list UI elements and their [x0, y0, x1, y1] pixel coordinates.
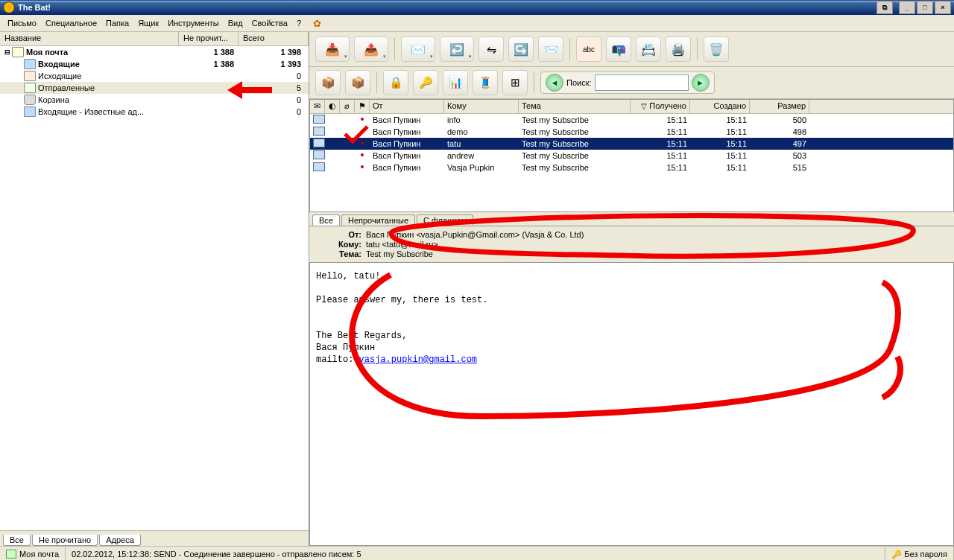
mailbox-icon [12, 47, 24, 57]
secondary-toolbar: 📦 📦 🔒 🔑 📊 🧵 ⊞ ◄ Поиск: ► [309, 67, 954, 99]
col-received[interactable]: ▽ Получено [631, 100, 690, 113]
cell-to: andrew [444, 151, 519, 160]
col-flag-icon[interactable]: ⚑ [355, 100, 370, 113]
delete-button[interactable]: 🗑️ [704, 36, 729, 62]
window-title: The Bat! [18, 3, 51, 12]
cell-subject: Test my Subscribe [519, 139, 631, 148]
menu-tools[interactable]: Инструменты [163, 17, 224, 29]
restore-alt-button[interactable]: ⧉ [876, 1, 893, 14]
filter-button[interactable]: 📊 [443, 70, 468, 95]
cell-received: 15:11 [631, 127, 690, 136]
status-password[interactable]: 🔑 Без пароля [885, 547, 954, 560]
flag-dot-icon: • [361, 163, 364, 172]
search-box: ◄ Поиск: ► [540, 71, 715, 94]
col-total[interactable]: Всего [238, 32, 309, 45]
search-input[interactable] [595, 74, 689, 91]
tree-trash[interactable]: Корзина 0 [0, 94, 309, 106]
col-size[interactable]: Размер [750, 100, 809, 113]
hdr-from-value: Вася Пупкин <vasja.Pupkin@Gmail.com> (Va… [366, 230, 584, 239]
send-mail-button[interactable]: 📤▾ [354, 36, 388, 62]
folder-icon [24, 83, 36, 93]
view-button-1[interactable]: 📦 [315, 70, 341, 95]
tab-addresses[interactable]: Адреса [99, 535, 141, 546]
hdr-to-value: tatu <tatu@mail.ru> [366, 240, 438, 249]
forward-button[interactable]: ↪️ [508, 36, 534, 62]
message-row[interactable]: •Вася ПупкинdemoTest my Subscribe15:1115… [310, 126, 953, 138]
message-row[interactable]: •Вася ПупкинtatuTest my Subscribe15:1115… [310, 138, 953, 150]
flag-dot-icon: • [361, 151, 364, 160]
app-icon [3, 1, 15, 13]
filter-unread[interactable]: Непрочитанные [341, 214, 415, 226]
cell-to: tatu [444, 139, 519, 148]
cert-button[interactable]: 🔑 [413, 70, 438, 95]
col-unread[interactable]: Не прочит... [179, 32, 238, 45]
status-account: Моя почта [0, 547, 66, 560]
col-subject[interactable]: Тема [519, 100, 631, 113]
menu-view[interactable]: Вид [224, 17, 247, 29]
thread-button[interactable]: 🧵 [473, 70, 498, 95]
folder-tree[interactable]: ⊟ Моя почта 1 388 1 398 Входящие 1 388 1… [0, 46, 309, 530]
status-log: 02.02.2012, 15:12:38: SEND - Соединение … [66, 547, 885, 560]
col-status-icon[interactable]: ◐ [325, 100, 340, 113]
cell-received: 15:11 [631, 163, 690, 172]
content-pane: 📥▾ 📤▾ ✉️▾ ↩️▾ ⇋ ↪️ 📨 abc 📭 📇 🖨️ 🗑️ 📦 📦 🔒… [309, 32, 954, 546]
lock-button[interactable]: 🔒 [383, 70, 408, 95]
tree-root[interactable]: ⊟ Моя почта 1 388 1 398 [0, 46, 309, 58]
cell-subject: Test my Subscribe [519, 115, 631, 124]
col-created[interactable]: Создано [690, 100, 750, 113]
col-attachment-icon[interactable]: ⌀ [340, 100, 355, 113]
menu-box[interactable]: Ящик [133, 17, 163, 29]
tree-outbox[interactable]: Исходящие 0 [0, 70, 309, 82]
message-row[interactable]: •Вася ПупкинVasja PupkinTest my Subscrib… [310, 162, 953, 174]
tab-unread[interactable]: Не прочитано [32, 535, 98, 546]
new-mail-button[interactable]: ✉️▾ [401, 36, 435, 62]
menu-letter[interactable]: Письмо [3, 17, 41, 29]
flag-dot-icon: • [361, 127, 364, 136]
col-to[interactable]: Кому [444, 100, 519, 113]
filter-all[interactable]: Все [312, 214, 340, 226]
menu-special[interactable]: Специальное [41, 17, 101, 29]
view-button-2[interactable]: 📦 [345, 70, 370, 95]
message-row[interactable]: •Вася ПупкинandrewTest my Subscribe15:11… [310, 150, 953, 162]
tab-all[interactable]: Все [3, 535, 31, 546]
get-mail-button[interactable]: 📥▾ [315, 36, 350, 62]
minimize-button[interactable]: _ [899, 1, 915, 14]
folder-header: Название Не прочит... Всего [0, 32, 309, 46]
print-button[interactable]: 🖨️ [666, 36, 691, 62]
resend-button[interactable]: 📨 [538, 36, 563, 62]
filter-flagged[interactable]: С флажком [417, 214, 473, 226]
message-row[interactable]: •Вася ПупкинinfoTest my Subscribe15:1115… [310, 114, 953, 126]
reply-button[interactable]: ↩️▾ [440, 36, 474, 62]
message-body[interactable]: Hello, tatu! Please answer my, there is … [309, 263, 954, 546]
message-header: От:Вася Пупкин <vasja.Pupkin@Gmail.com> … [309, 226, 954, 263]
search-next-button[interactable]: ► [692, 74, 710, 92]
mark-read-button[interactable]: 📭 [606, 36, 631, 62]
tree-known[interactable]: Входящие - Известные ад... 0 [0, 106, 309, 118]
annotation-body-circle [346, 267, 935, 431]
col-envelope-icon[interactable]: ✉ [310, 100, 325, 113]
maximize-button[interactable]: □ [917, 1, 933, 14]
gear-icon[interactable]: ✿ [309, 16, 328, 30]
col-name[interactable]: Название [0, 32, 179, 45]
tree-sent[interactable]: Отправленные 5 [0, 82, 309, 94]
cell-size: 500 [750, 115, 809, 124]
cell-subject: Test my Subscribe [519, 163, 631, 172]
spellcheck-button[interactable]: abc [576, 36, 601, 62]
message-list[interactable]: ✉ ◐ ⌀ ⚑ От Кому Тема ▽ Получено Создано … [309, 99, 954, 212]
reply-all-button[interactable]: ⇋ [478, 36, 504, 62]
close-button[interactable]: × [935, 1, 951, 14]
body-mailto-link[interactable]: vasja.pupkin@gmail.com [359, 354, 477, 365]
address-book-button[interactable]: 📇 [636, 36, 661, 62]
tree-inbox[interactable]: Входящие 1 388 1 393 [0, 58, 309, 70]
menu-help[interactable]: ? [292, 17, 306, 29]
keys-icon: 🔑 [891, 550, 902, 559]
layout-button[interactable]: ⊞ [502, 70, 528, 95]
menu-properties[interactable]: Свойства [247, 17, 292, 29]
message-list-header: ✉ ◐ ⌀ ⚑ От Кому Тема ▽ Получено Создано … [310, 100, 953, 114]
filter-tabs: Все Непрочитанные С флажком [309, 212, 954, 226]
col-from[interactable]: От [370, 100, 444, 113]
envelope-icon [313, 139, 325, 147]
search-prev-button[interactable]: ◄ [546, 74, 563, 92]
menu-folder[interactable]: Папка [101, 17, 133, 29]
cell-received: 15:11 [631, 115, 690, 124]
